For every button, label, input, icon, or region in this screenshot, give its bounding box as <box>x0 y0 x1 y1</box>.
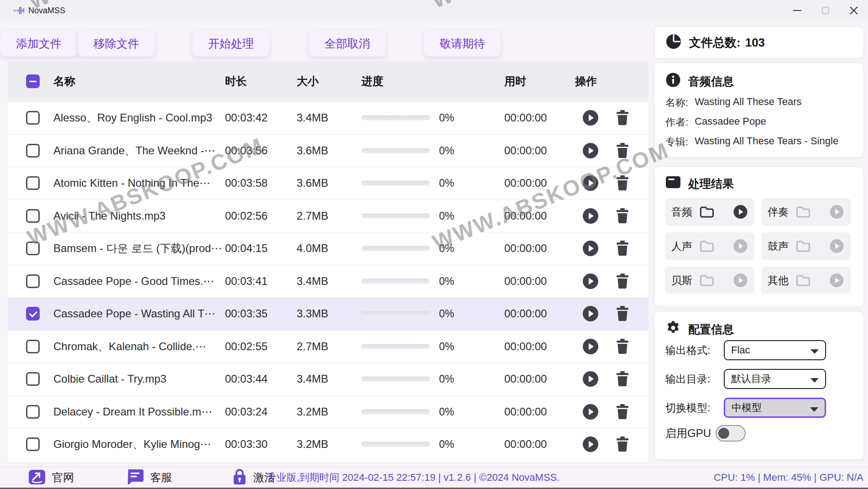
play-button[interactable] <box>582 208 599 224</box>
toolbar-button[interactable]: 移除文件 <box>78 30 155 57</box>
delete-button[interactable] <box>616 339 629 354</box>
play-button[interactable] <box>582 404 599 420</box>
result-label: 人声 <box>671 239 692 253</box>
row-checkbox[interactable] <box>26 274 40 288</box>
support-link[interactable]: 客服 <box>126 467 172 488</box>
delete-button[interactable] <box>616 208 629 224</box>
file-size: 3.2MB <box>297 405 328 418</box>
result-item: 贝斯 <box>665 267 754 294</box>
table-row[interactable]: Chromak、Kalenah - Collide.⋯ 00:02:55 2.7… <box>8 330 648 363</box>
delete-button[interactable] <box>616 306 629 321</box>
total-files-value: 103 <box>745 36 765 50</box>
close-button[interactable] <box>840 0 868 21</box>
header-actions: 操作 <box>575 74 597 89</box>
toolbar-button[interactable]: 全部取消 <box>309 30 386 57</box>
row-checkbox[interactable] <box>26 437 40 451</box>
row-checkbox[interactable] <box>26 242 40 255</box>
row-checkbox[interactable] <box>26 176 40 190</box>
file-name: Ariana Grande、The Weeknd -⋯ <box>53 143 222 158</box>
delete-button[interactable] <box>616 241 629 256</box>
config-field: 输出目录: 默认目录 <box>665 369 826 389</box>
official-site-link[interactable]: 官网 <box>28 467 74 488</box>
maximize-button[interactable] <box>811 0 840 21</box>
result-play-icon[interactable] <box>830 239 844 253</box>
folder-icon[interactable] <box>796 274 810 287</box>
table-row[interactable]: Ariana Grande、The Weeknd -⋯ 00:03:56 3.6… <box>8 134 648 167</box>
folder-icon[interactable] <box>796 205 810 218</box>
file-size: 3.4MB <box>297 373 328 385</box>
play-button[interactable] <box>582 142 599 159</box>
table-row[interactable]: Delacey - Dream It Possible.m⋯ 00:03:24 … <box>8 395 648 428</box>
row-checkbox[interactable] <box>26 405 40 419</box>
result-play-icon[interactable] <box>733 239 748 253</box>
progress-bar <box>361 409 430 414</box>
config-select[interactable]: Flac <box>724 340 826 360</box>
lock-icon <box>232 468 247 487</box>
table-row[interactable]: Cassadee Pope - Wasting All T⋯ 00:03:35 … <box>8 297 648 330</box>
row-checkbox[interactable] <box>26 111 40 125</box>
delete-button[interactable] <box>616 273 629 289</box>
delete-button[interactable] <box>616 436 629 452</box>
toolbar-button[interactable]: 敬请期待 <box>424 30 501 57</box>
row-checkbox[interactable] <box>26 307 40 321</box>
table-row[interactable]: Bamsem - 다운 로드 (下载)(prod⋯ 00:04:15 4.0MB… <box>8 232 648 265</box>
table-row[interactable]: Colbie Caillat - Try.mp3 00:03:44 3.4MB … <box>8 363 648 395</box>
file-duration: 00:03:24 <box>225 405 267 418</box>
play-button[interactable] <box>582 371 599 387</box>
file-duration: 00:03:30 <box>225 438 267 451</box>
toolbar-button[interactable]: 开始处理 <box>192 30 270 57</box>
folder-icon[interactable] <box>700 205 714 218</box>
total-files-card: 文件总数: 103 <box>654 26 864 58</box>
app-window: NovaMSS 添加文件 移除文件 开始处理 全部取消 敬请期待 <box>0 0 868 489</box>
result-play-icon[interactable] <box>733 205 748 219</box>
table-row[interactable]: Atomic Kitten - Nothing In The⋯ 00:03:58… <box>8 167 648 200</box>
play-button[interactable] <box>582 175 599 191</box>
minimize-button[interactable] <box>783 0 811 21</box>
table-row[interactable]: Cassadee Pope - Good Times.⋯ 00:03:41 3.… <box>8 265 648 298</box>
file-duration: 00:04:15 <box>225 242 267 255</box>
delete-button[interactable] <box>616 110 629 126</box>
result-play-icon[interactable] <box>733 273 748 288</box>
file-name: Delacey - Dream It Possible.m⋯ <box>53 405 222 418</box>
result-play-icon[interactable] <box>830 273 844 288</box>
row-checkbox[interactable] <box>26 372 40 386</box>
progress-percent: 0% <box>439 373 454 385</box>
delete-button[interactable] <box>616 371 629 387</box>
file-duration: 00:02:55 <box>225 340 267 353</box>
config-select[interactable]: 默认目录 <box>724 369 826 389</box>
field-value: Cassadee Pope <box>695 116 766 129</box>
progress-percent: 0% <box>439 242 454 255</box>
play-button[interactable] <box>582 240 599 257</box>
progress-bar <box>361 442 430 447</box>
row-checkbox[interactable] <box>26 144 40 158</box>
gpu-toggle[interactable] <box>716 425 746 442</box>
window-title: NovaMSS <box>28 6 65 16</box>
audio-info-field: 专辑: Wasting All These Tears - Single <box>665 135 838 149</box>
row-checkbox[interactable] <box>26 209 40 223</box>
folder-icon[interactable] <box>700 274 714 287</box>
play-button[interactable] <box>582 436 599 452</box>
chevron-down-icon <box>810 407 818 412</box>
play-button[interactable] <box>582 338 599 355</box>
result-play-icon[interactable] <box>830 205 844 219</box>
table-row[interactable]: Giorgio Moroder、Kylie Minog⋯ 00:03:30 3.… <box>8 428 648 461</box>
table-row[interactable]: Avicii - The Nights.mp3 00:02:56 2.7MB 0… <box>8 200 648 232</box>
file-name: Giorgio Moroder、Kylie Minog⋯ <box>53 437 222 452</box>
elapsed-time: 00:00:00 <box>504 144 547 157</box>
file-name: Alesso、Roy English - Cool.mp3 <box>53 110 222 125</box>
results-card: 处理结果 音频 伴奏 <box>654 167 864 307</box>
row-checkbox[interactable] <box>26 340 40 353</box>
toolbar-button[interactable]: 添加文件 <box>0 30 78 57</box>
play-button[interactable] <box>582 305 599 322</box>
folder-icon[interactable] <box>796 240 810 252</box>
delete-button[interactable] <box>616 404 629 420</box>
delete-button[interactable] <box>616 143 629 158</box>
select-all-checkbox[interactable] <box>26 74 40 88</box>
play-button[interactable] <box>582 110 599 126</box>
folder-icon[interactable] <box>700 240 714 252</box>
play-button[interactable] <box>582 273 599 289</box>
config-select[interactable]: 中模型 <box>724 398 826 418</box>
progress-bar <box>361 246 430 251</box>
table-row[interactable]: Alesso、Roy English - Cool.mp3 00:03:42 3… <box>8 101 648 134</box>
delete-button[interactable] <box>616 175 629 191</box>
